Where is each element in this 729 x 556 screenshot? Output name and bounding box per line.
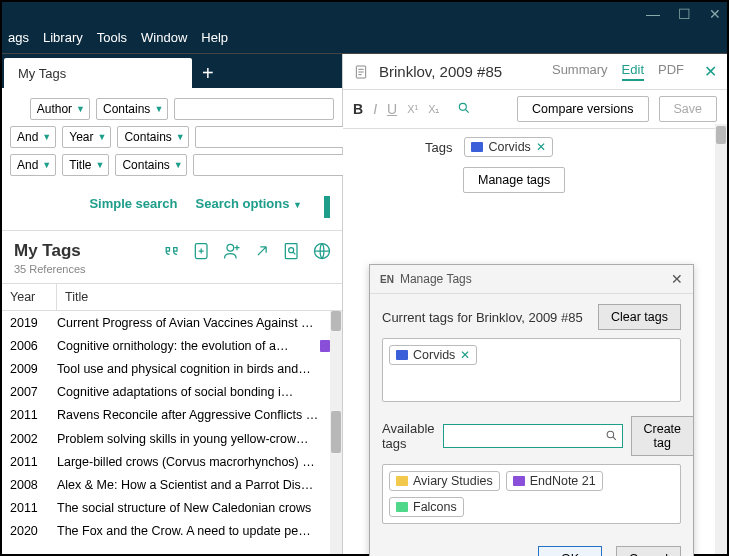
reference-count: 35 References — [14, 263, 86, 275]
cancel-button[interactable]: Cancel — [616, 546, 681, 556]
scrollbar-thumb[interactable] — [716, 126, 726, 144]
tag-swatch — [396, 502, 408, 512]
save-button[interactable]: Save — [659, 96, 718, 122]
underline-button[interactable]: U — [387, 101, 397, 117]
close-detail-button[interactable]: ✕ — [704, 62, 717, 81]
chevron-down-icon: ▼ — [98, 132, 107, 142]
op-select-contains-1[interactable]: Contains▼ — [117, 126, 189, 148]
current-tags-label: Current tags for Brinklov, 2009 #85 — [382, 310, 583, 325]
table-row[interactable]: 2011Large-billed crows (Corvus macrorhyn… — [2, 450, 342, 473]
tab-pdf[interactable]: PDF — [658, 62, 684, 81]
search-value-2[interactable] — [193, 154, 353, 176]
share-icon[interactable] — [252, 241, 272, 261]
detail-scrollbar[interactable] — [715, 124, 727, 554]
tag-swatch — [513, 476, 525, 486]
scrollbar-track[interactable] — [330, 311, 342, 554]
table-row[interactable]: 2002Problem solving skills in young yell… — [2, 427, 342, 450]
tag-chip-corvids-dialog[interactable]: Corvids ✕ — [389, 345, 477, 365]
bold-button[interactable]: B — [353, 101, 363, 117]
superscript-button[interactable]: X¹ — [407, 103, 418, 115]
available-tags-label: Available tags — [382, 421, 435, 451]
svg-rect-2 — [285, 244, 297, 259]
add-tab-button[interactable]: + — [192, 58, 224, 88]
tag-chip-corvids[interactable]: Corvids ✕ — [464, 137, 552, 157]
current-tags-box: Corvids ✕ — [382, 338, 681, 402]
chevron-down-icon: ▼ — [174, 160, 183, 170]
window-close[interactable]: ✕ — [709, 6, 721, 22]
window-maximize[interactable]: ☐ — [678, 6, 691, 22]
chevron-down-icon: ▼ — [42, 160, 51, 170]
brand-icon: EN — [380, 274, 394, 285]
tab-my-tags[interactable]: My Tags — [4, 58, 192, 88]
available-tag-chip[interactable]: Aviary Studies — [389, 471, 500, 491]
italic-button[interactable]: I — [373, 101, 377, 117]
search-options-link[interactable]: Search options ▼ — [196, 196, 302, 218]
table-row[interactable]: 2011The social structure of New Caledoni… — [2, 497, 342, 520]
table-row[interactable]: 2019Current Progress of Avian Vaccines A… — [2, 311, 342, 334]
available-tag-chip[interactable]: EndNote 21 — [506, 471, 603, 491]
field-select-author[interactable]: Author▼ — [30, 98, 90, 120]
field-select-year[interactable]: Year▼ — [62, 126, 111, 148]
row-year: 2011 — [10, 408, 57, 422]
tab-edit[interactable]: Edit — [622, 62, 644, 81]
bool-select-1[interactable]: And▼ — [10, 126, 56, 148]
menu-tags[interactable]: ags — [8, 30, 29, 45]
ok-button[interactable]: OK — [538, 546, 602, 556]
dialog-close-button[interactable]: ✕ — [671, 271, 683, 287]
library-title: My Tags — [14, 241, 86, 261]
subscript-button[interactable]: X₁ — [428, 103, 439, 116]
table-row[interactable]: 2006Cognitive ornithology: the evolution… — [2, 334, 342, 357]
menu-help[interactable]: Help — [201, 30, 228, 45]
add-user-icon[interactable] — [222, 241, 242, 261]
compare-versions-button[interactable]: Compare versions — [517, 96, 648, 122]
scrollbar-thumb[interactable] — [331, 311, 341, 331]
remove-tag-icon[interactable]: ✕ — [536, 140, 546, 154]
tag-label: Aviary Studies — [413, 474, 493, 488]
column-title-header[interactable]: Title — [57, 284, 342, 310]
table-row[interactable]: 2008Alex & Me: How a Scientist and a Par… — [2, 473, 342, 496]
tag-label: Corvids — [488, 140, 530, 154]
menu-tools[interactable]: Tools — [97, 30, 127, 45]
search-value-1[interactable] — [195, 126, 355, 148]
menu-library[interactable]: Library — [43, 30, 83, 45]
clear-tags-button[interactable]: Clear tags — [598, 304, 681, 330]
menu-window[interactable]: Window — [141, 30, 187, 45]
row-title: The social structure of New Caledonian c… — [57, 501, 330, 515]
row-title: Cognitive adaptations of social bonding … — [57, 385, 330, 399]
available-tag-chip[interactable]: Falcons — [389, 497, 464, 517]
op-select-contains-0[interactable]: Contains▼ — [96, 98, 168, 120]
add-reference-icon[interactable] — [192, 241, 212, 261]
remove-tag-icon[interactable]: ✕ — [460, 348, 470, 362]
accent-bar — [324, 196, 330, 218]
table-row[interactable]: 2011Ravens Reconcile after Aggressive Co… — [2, 404, 342, 427]
tag-swatch — [396, 350, 408, 360]
table-row[interactable]: 2009Tool use and physical cognition in b… — [2, 357, 342, 380]
window-minimize[interactable]: — — [646, 6, 660, 22]
column-year-header[interactable]: Year — [2, 284, 57, 310]
chevron-down-icon: ▼ — [76, 104, 85, 114]
scrollbar-thumb[interactable] — [331, 411, 341, 453]
bool-select-2[interactable]: And▼ — [10, 154, 56, 176]
table-row[interactable]: 2007Cognitive adaptations of social bond… — [2, 381, 342, 404]
globe-icon[interactable] — [312, 241, 332, 261]
search-value-0[interactable] — [174, 98, 334, 120]
op-select-contains-2[interactable]: Contains▼ — [115, 154, 187, 176]
table-row[interactable]: 2020The Fox and the Crow. A need to upda… — [2, 520, 342, 543]
row-title: Tool use and physical cognition in birds… — [57, 362, 330, 376]
tag-swatch — [471, 142, 483, 152]
window-controls: — ☐ ✕ — [2, 2, 727, 26]
chevron-down-icon: ▼ — [42, 132, 51, 142]
document-icon — [353, 63, 369, 81]
row-title: Alex & Me: How a Scientist and a Parrot … — [57, 478, 330, 492]
row-title: Ravens Reconcile after Aggressive Confli… — [57, 408, 330, 422]
tab-summary[interactable]: Summary — [552, 62, 608, 81]
search-detail-button[interactable] — [457, 101, 471, 118]
simple-search-link[interactable]: Simple search — [89, 196, 177, 218]
find-document-icon[interactable] — [282, 241, 302, 261]
create-tag-button[interactable]: Create tag — [631, 416, 695, 456]
quote-icon[interactable] — [162, 241, 182, 261]
row-year: 2011 — [10, 501, 57, 515]
manage-tags-button[interactable]: Manage tags — [463, 167, 565, 193]
tag-search-input[interactable] — [443, 424, 623, 448]
field-select-title[interactable]: Title▼ — [62, 154, 109, 176]
